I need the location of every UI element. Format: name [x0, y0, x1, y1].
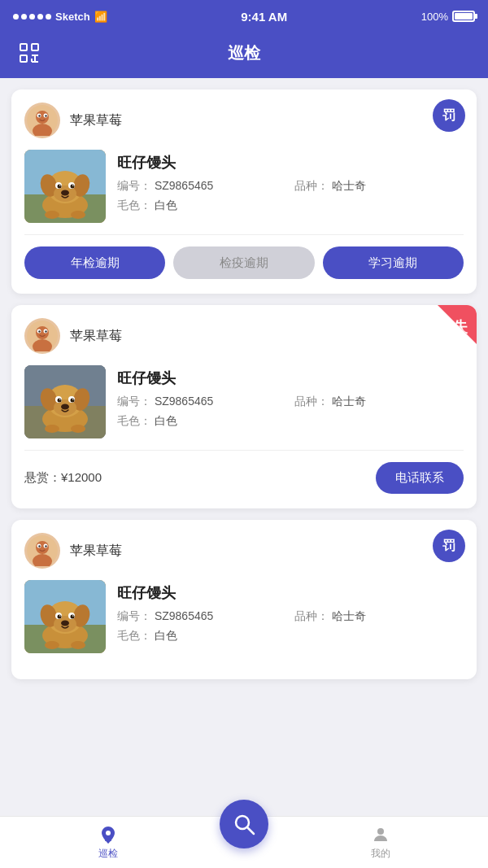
search-icon — [232, 812, 256, 836]
svg-point-12 — [38, 115, 40, 116]
user-icon — [371, 825, 390, 844]
card-2-header: 苹果草莓 — [24, 318, 464, 354]
svg-point-28 — [61, 190, 69, 196]
card-1-id: 编号： SZ9865465 — [117, 179, 286, 194]
battery-percent: 100% — [421, 11, 448, 23]
card-1-details: 旺仔馒头 编号： SZ9865465 品种： 哈士奇 毛色： 白色 — [117, 150, 464, 213]
card-3-pet-photo — [24, 580, 106, 653]
svg-point-54 — [71, 425, 85, 433]
svg-point-81 — [106, 831, 111, 835]
svg-point-76 — [61, 621, 69, 626]
card-1: 苹果草莓 罚 — [11, 89, 477, 294]
card-3-breed: 品种： 哈士奇 — [294, 609, 464, 624]
svg-rect-2 — [20, 55, 27, 62]
svg-point-32 — [36, 326, 49, 339]
card-3: 苹果草莓 罚 — [11, 520, 477, 679]
avatar-2 — [24, 318, 60, 354]
status-right: 100% — [421, 11, 475, 23]
svg-point-53 — [45, 425, 59, 433]
card-1-divider — [24, 234, 464, 235]
svg-point-83 — [377, 828, 384, 835]
tab-mine-label: 我的 — [371, 847, 390, 861]
card-1-color: 毛色： 白色 — [117, 198, 286, 213]
card-3-id: 编号： SZ9865465 — [117, 609, 286, 624]
svg-point-24 — [58, 185, 62, 189]
svg-point-13 — [45, 115, 46, 116]
search-fab[interactable] — [220, 800, 268, 848]
signal-dots — [13, 14, 51, 20]
svg-point-37 — [45, 330, 46, 332]
card-1-pet-photo — [24, 150, 106, 223]
svg-point-49 — [71, 399, 75, 403]
card-2-pet-photo — [24, 365, 106, 438]
card-3-owner: 苹果草莓 — [70, 543, 122, 560]
card-2-pet-name: 旺仔馒头 — [117, 369, 464, 388]
card-3-pet-info: 旺仔馒头 编号： SZ9865465 品种： 哈士奇 毛色： 白色 — [24, 580, 464, 653]
tab-mine[interactable]: 我的 — [272, 825, 488, 861]
status-bar: Sketch 📶 9:41 AM 100% — [0, 0, 488, 33]
card-2-details: 旺仔馒头 编号： SZ9865465 品种： 哈士奇 毛色： 白色 — [117, 365, 464, 429]
svg-rect-1 — [32, 44, 38, 50]
card-1-actions: 年检逾期 检疫逾期 学习逾期 — [24, 246, 464, 279]
status-left: Sketch 📶 — [13, 11, 107, 23]
svg-rect-0 — [20, 44, 27, 50]
svg-point-26 — [59, 185, 61, 186]
svg-point-78 — [71, 641, 85, 649]
card-2-color: 毛色： 白色 — [117, 414, 286, 429]
avatar-3 — [24, 533, 60, 569]
study-check-btn[interactable]: 学习逾期 — [323, 246, 464, 279]
app-name: Sketch — [55, 11, 90, 23]
svg-point-61 — [45, 545, 46, 547]
content-area: 苹果草莓 罚 — [0, 78, 488, 793]
card-2-breed: 品种： 哈士奇 — [294, 395, 464, 409]
reward-label: 悬赏：¥12000 — [24, 470, 102, 486]
card-2-owner: 苹果草莓 — [70, 328, 122, 345]
svg-point-36 — [38, 330, 40, 332]
tab-patrol[interactable]: 巡检 — [0, 825, 216, 861]
svg-point-74 — [59, 615, 61, 617]
svg-point-8 — [36, 111, 49, 124]
svg-point-73 — [71, 615, 75, 619]
svg-rect-82 — [105, 840, 111, 841]
page-title: 巡检 — [228, 42, 260, 64]
scan-icon[interactable] — [16, 40, 42, 66]
svg-point-51 — [72, 399, 74, 400]
card-3-color: 毛色： 白色 — [117, 629, 286, 643]
card-1-pet-info: 旺仔馒头 编号： SZ9865465 品种： 哈士奇 毛色： 白色 — [24, 150, 464, 223]
card-1-pet-name: 旺仔馒头 — [117, 153, 464, 172]
svg-point-48 — [58, 399, 62, 403]
card-1-breed: 品种： 哈士奇 — [294, 179, 464, 194]
contact-button[interactable]: 电话联系 — [376, 462, 464, 494]
svg-point-29 — [45, 211, 59, 219]
card-2-id: 编号： SZ9865465 — [117, 395, 286, 409]
status-time: 9:41 AM — [241, 10, 287, 24]
svg-point-50 — [59, 399, 61, 400]
svg-point-56 — [36, 541, 49, 554]
svg-point-75 — [72, 615, 74, 617]
nav-bar: 巡检 — [0, 33, 488, 78]
svg-line-80 — [247, 827, 254, 834]
svg-point-30 — [71, 211, 85, 219]
quarantine-check-btn: 检疫逾期 — [173, 246, 314, 279]
patrol-icon — [98, 825, 118, 844]
svg-point-60 — [38, 545, 40, 547]
svg-point-27 — [72, 185, 74, 186]
wifi-icon: 📶 — [94, 11, 107, 23]
svg-point-25 — [71, 185, 75, 189]
card-3-details: 旺仔馒头 编号： SZ9865465 品种： 哈士奇 毛色： 白色 — [117, 580, 464, 643]
svg-point-72 — [58, 615, 62, 619]
annual-check-btn[interactable]: 年检逾期 — [24, 246, 165, 279]
card-1-header: 苹果草莓 — [24, 103, 464, 138]
battery-icon — [452, 11, 475, 22]
card-2-divider — [24, 450, 464, 451]
avatar-1 — [24, 103, 60, 138]
card-1-badge: 罚 — [433, 99, 465, 132]
card-2-reward-row: 悬赏：¥12000 电话联系 — [24, 462, 464, 494]
card-1-owner: 苹果草莓 — [70, 112, 122, 129]
svg-point-52 — [61, 404, 69, 410]
card-2: 苹果草莓 失 — [11, 305, 477, 508]
card-3-header: 苹果草莓 — [24, 533, 464, 569]
card-2-pet-info: 旺仔馒头 编号： SZ9865465 品种： 哈士奇 毛色： 白色 — [24, 365, 464, 438]
card-3-pet-name: 旺仔馒头 — [117, 583, 464, 603]
svg-point-77 — [45, 641, 59, 649]
